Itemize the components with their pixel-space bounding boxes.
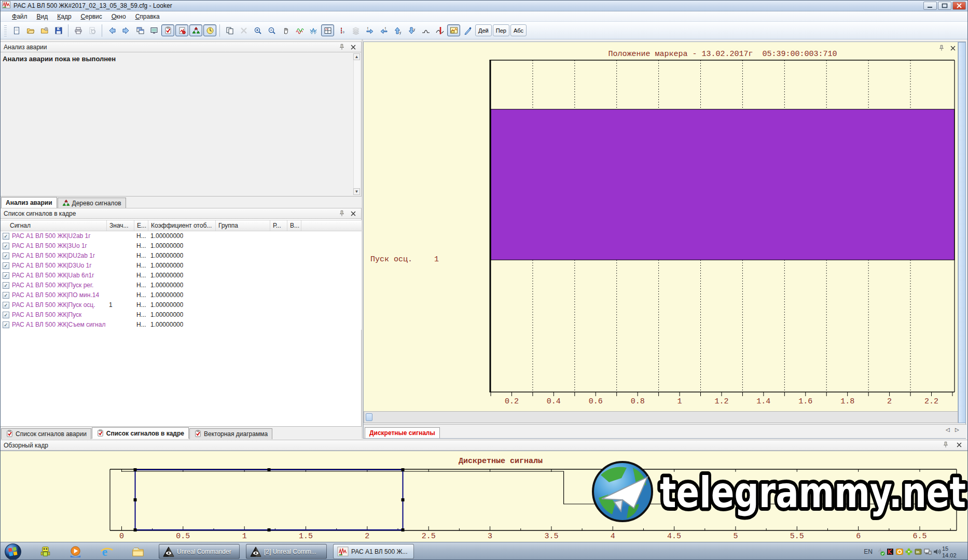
menu-item-3[interactable]: Кадр — [52, 12, 76, 21]
tab-scroll-right-icon[interactable]: ▷ — [955, 427, 961, 434]
taskbar-clock[interactable]: 1514.02 — [942, 544, 968, 559]
row-checkbox[interactable]: ✓ — [3, 292, 9, 299]
row-checkbox[interactable]: ✓ — [3, 302, 9, 309]
menu-item-4[interactable]: Сервис — [76, 12, 107, 21]
column-header-6[interactable]: Р... — [270, 220, 287, 231]
toggle-signal-list-button[interactable] — [161, 24, 174, 36]
scroll-down-arrow[interactable]: ▼ — [353, 188, 360, 195]
per-mode-button[interactable]: Пер — [493, 24, 509, 36]
row-checkbox[interactable]: ✓ — [3, 262, 9, 269]
save-button[interactable] — [52, 24, 65, 36]
new-frame-button[interactable] — [10, 24, 23, 36]
selection-handle[interactable] — [402, 468, 405, 471]
dey-mode-button[interactable]: Дей — [475, 24, 492, 36]
zoom-out-button[interactable] — [265, 24, 278, 36]
internet-explorer-icon[interactable]: e — [98, 544, 115, 559]
table-row[interactable]: ✓РАС А1 ВЛ 500 ЖК|Пуск осц.1Н...1.000000… — [1, 300, 362, 310]
horizontal-scrollbar[interactable] — [364, 411, 958, 423]
pin-icon[interactable] — [938, 45, 945, 52]
tab-список-сигналов-в-кадре[interactable]: Список сигналов в кадре — [92, 427, 189, 439]
main-chart-svg[interactable]: Положение маркера - 13.02.2017г 05:39:00… — [364, 42, 958, 411]
smooth-curve-button[interactable] — [419, 24, 432, 36]
print-button[interactable] — [72, 24, 85, 36]
row-checkbox[interactable]: ✓ — [3, 272, 9, 279]
column-header-7[interactable]: В... — [287, 220, 301, 231]
close-icon[interactable] — [350, 44, 357, 51]
table-row[interactable]: ✓РАС А1 ВЛ 500 ЖК|Пуск рег.Н...1.0000000… — [1, 281, 362, 290]
scale-y-down-button[interactable]: y — [405, 24, 418, 36]
toggle-signal-tree-button[interactable] — [189, 24, 202, 36]
tab-векторная-диаграмма[interactable]: Векторная диаграмма — [189, 428, 272, 439]
scrollbar-track[interactable] — [353, 60, 360, 188]
outlook-icon[interactable] — [895, 548, 904, 556]
scroll-up-arrow[interactable]: ▲ — [353, 53, 360, 60]
pin-icon[interactable] — [338, 210, 345, 217]
column-header-3[interactable]: Е... — [134, 220, 148, 231]
tab-дерево-сигналов[interactable]: Дерево сигналов — [58, 198, 126, 208]
row-checkbox[interactable]: ✓ — [3, 312, 9, 318]
zoom-in-button[interactable] — [251, 24, 264, 36]
shift-time-left-button[interactable]: t — [377, 24, 390, 36]
copy-button[interactable] — [223, 24, 236, 36]
discrete-signals-chart[interactable]: Положение маркера - 13.02.2017г 05:39:00… — [364, 42, 958, 411]
tab-анализ-аварии[interactable]: Анализ аварии — [1, 197, 57, 208]
column-header-4[interactable]: Коэффициент отоб... — [148, 220, 216, 231]
close-icon[interactable] — [956, 441, 963, 449]
selection-handle[interactable] — [134, 468, 137, 471]
table-row[interactable]: ✓РАС А1 ВЛ 500 ЖК|U2ab 1гН...1.00000000 — [1, 231, 362, 241]
overview-chart[interactable]: Дискретные сигналы00.511.522.533.544.555… — [0, 451, 968, 542]
split-grid-button[interactable] — [321, 24, 334, 36]
selection-handle[interactable] — [402, 528, 405, 531]
append-file-button[interactable] — [38, 24, 51, 36]
row-checkbox[interactable]: ✓ — [3, 233, 9, 240]
open-file-button[interactable] — [24, 24, 37, 36]
selection-handle[interactable] — [268, 528, 271, 531]
network-icon[interactable] — [923, 548, 932, 556]
next-frame-button[interactable] — [119, 24, 132, 36]
column-header-1[interactable]: Сигнал — [1, 220, 107, 231]
table-row[interactable]: ✓РАС А1 ВЛ 500 ЖК|Съем сигналН...1.00000… — [1, 320, 362, 330]
close-button[interactable] — [952, 2, 966, 10]
table-row[interactable]: ✓РАС А1 ВЛ 500 ЖК|D3Uo 1гН...1.00000000 — [1, 261, 362, 271]
selection-handle[interactable] — [134, 498, 137, 501]
menu-item-5[interactable]: Окно — [107, 12, 131, 21]
close-icon[interactable] — [350, 210, 357, 217]
scale-y-up-button[interactable]: y — [391, 24, 404, 36]
table-row[interactable]: ✓РАС А1 ВЛ 500 ЖК|ПускН...1.00000000 — [1, 310, 362, 320]
tab-список-сигналов-аварии[interactable]: Список сигналов аварии — [1, 428, 91, 439]
toggle-overview-button[interactable] — [447, 24, 460, 36]
pin-icon[interactable] — [338, 44, 345, 51]
overview-chart-svg[interactable]: Дискретные сигналы00.511.522.533.544.555… — [0, 451, 968, 542]
language-indicator[interactable]: EN — [864, 548, 873, 555]
in-badge-icon[interactable]: in — [914, 548, 923, 556]
toggle-vector-diagram-button[interactable] — [203, 24, 216, 36]
media-player-icon[interactable] — [66, 544, 84, 559]
toggle-emergency-signals-button[interactable] — [175, 24, 188, 36]
table-row[interactable]: ✓РАС А1 ВЛ 500 ЖК|Uab 6л1гН...1.00000000 — [1, 271, 362, 281]
volume-icon[interactable] — [933, 548, 942, 556]
row-checkbox[interactable]: ✓ — [3, 243, 9, 249]
delete-button[interactable] — [237, 24, 250, 36]
marker-button[interactable] — [433, 24, 446, 36]
qip-icon[interactable] — [36, 544, 54, 559]
menu-item-6[interactable]: Справка — [131, 12, 164, 21]
minimize-button[interactable] — [923, 2, 937, 10]
task-button-3[interactable]: РАС А1 ВЛ 500 Ж... — [333, 544, 414, 559]
menu-item-1[interactable]: Файл — [7, 12, 32, 21]
squeeze-signals-button[interactable] — [293, 24, 306, 36]
selection-handle[interactable] — [402, 498, 405, 501]
stack-signals-button[interactable] — [307, 24, 320, 36]
shift-time-right-button[interactable]: t — [363, 24, 376, 36]
table-row[interactable]: ✓РАС А1 ВЛ 500 ЖК|ПО мин.14Н...1.0000000… — [1, 290, 362, 300]
row-checkbox[interactable]: ✓ — [3, 282, 9, 289]
prev-frame-button[interactable] — [105, 24, 118, 36]
column-header-5[interactable]: Группа — [216, 220, 270, 231]
task-button-2[interactable]: [2] Unreal Comm... — [246, 544, 327, 559]
selection-handle[interactable] — [268, 468, 271, 471]
pin-icon[interactable] — [942, 441, 949, 449]
row-checkbox[interactable]: ✓ — [3, 321, 9, 328]
tab-scroll-left-icon[interactable]: ◁ — [946, 427, 952, 434]
cascade-windows-button[interactable] — [133, 24, 146, 36]
tab-discrete-signals[interactable]: Дискретные сигналы — [365, 427, 440, 438]
close-icon[interactable] — [949, 45, 957, 52]
